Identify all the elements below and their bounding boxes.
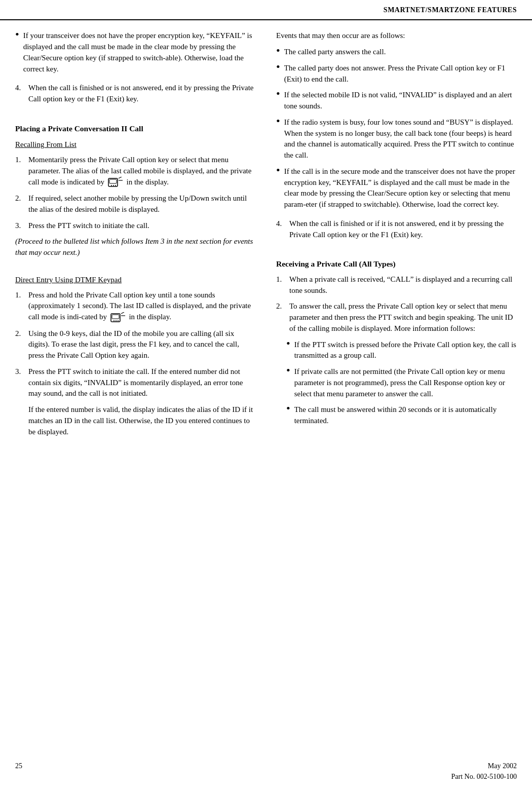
left-column: • If your transceiver does not have the … bbox=[0, 30, 266, 442]
rbullet-answered-text: The called party answers the call. bbox=[284, 47, 517, 58]
radio-icon-2 bbox=[110, 312, 126, 323]
dstep1-label: 1. bbox=[15, 290, 28, 301]
footer-info: May 2002 Part No. 002-5100-100 bbox=[451, 761, 517, 782]
dstep1-text: Press and hold the Private Call option k… bbox=[28, 290, 256, 323]
svg-point-10 bbox=[116, 320, 117, 321]
svg-line-5 bbox=[119, 177, 122, 178]
rbullet-ptt-text: If the PTT switch is pressed before the … bbox=[294, 340, 517, 362]
right-item4-text: When the call is finished or if it is no… bbox=[289, 218, 517, 241]
rbullet-invalid: • If the selected mobile ID is not valid… bbox=[276, 90, 517, 112]
step2-text: If required, select another mobile by pr… bbox=[28, 193, 256, 215]
step1-text: Momentarily press the Private Call optio… bbox=[28, 155, 256, 188]
rbullet-notanswered-text: The called party does not answer. Press … bbox=[284, 63, 517, 85]
step1-label: 1. bbox=[15, 155, 28, 166]
svg-rect-1 bbox=[109, 179, 117, 183]
page-footer: 25 May 2002 Part No. 002-5100-100 bbox=[0, 761, 532, 782]
footer-part: Part No. 002-5100-100 bbox=[451, 772, 517, 782]
dstep3-label: 3. bbox=[15, 366, 28, 378]
rbullet-answered: • The called party answers the call. bbox=[276, 47, 517, 58]
dstep2-label: 2. bbox=[15, 328, 28, 340]
rbullet-20sec: • The call must be answered within 20 se… bbox=[286, 404, 517, 427]
rbullet-busy-text: If the radio system is busy, four low to… bbox=[284, 117, 517, 161]
subsection2-heading: Direct Entry Using DTMF Keypad bbox=[15, 275, 256, 286]
bullet-dot-r5: • bbox=[276, 165, 280, 176]
bullet-keyfail-text: If your transceiver does not have the pr… bbox=[23, 30, 256, 74]
bullet-dot-rb2: • bbox=[286, 365, 290, 376]
dstep3: 3. Press the PTT switch to initiate the … bbox=[15, 366, 256, 399]
radio-icon-1 bbox=[107, 177, 124, 188]
rbullet-notpermitted: • If private calls are not permitted (th… bbox=[286, 366, 517, 399]
dstep3-text: Press the PTT switch to initiate the cal… bbox=[28, 366, 256, 399]
dstep3b: If the entered number is valid, the disp… bbox=[28, 404, 256, 437]
step3-label: 3. bbox=[15, 220, 28, 232]
rbullet-notpermitted-text: If private calls are not permitted (the … bbox=[294, 366, 517, 399]
step1-text-after: in the display. bbox=[126, 178, 169, 186]
rstep1-text: When a private call is received, “CALL” … bbox=[289, 274, 517, 296]
svg-point-3 bbox=[113, 185, 114, 186]
header-title: SMARTNET/SMARTZONE FEATURES bbox=[384, 6, 517, 14]
right-item4: 4. When the call is finished or if it is… bbox=[276, 218, 517, 241]
bullet-dot-1: • bbox=[15, 29, 19, 40]
italic-note: (Proceed to the bulleted list which foll… bbox=[15, 236, 256, 258]
step3: 3. Press the PTT switch to initiate the … bbox=[15, 220, 256, 232]
step2: 2. If required, select another mobile by… bbox=[15, 193, 256, 215]
dstep1: 1. Press and hold the Private Call optio… bbox=[15, 290, 256, 323]
rstep2-text: To answer the call, press the Private Ca… bbox=[289, 301, 517, 334]
left-item4: 4. When the call is finished or is not a… bbox=[15, 83, 256, 105]
dstep2-text: Using the 0-9 keys, dial the ID of the m… bbox=[28, 328, 256, 361]
bullet-dot-r4: • bbox=[276, 116, 280, 127]
svg-line-12 bbox=[121, 312, 124, 314]
subsection1-heading: Recalling From List bbox=[15, 139, 256, 150]
rbullet-notanswered: • The called party does not answer. Pres… bbox=[276, 63, 517, 85]
right-column: Events that may then occur are as follow… bbox=[266, 30, 532, 442]
dstep3b-text: If the entered number is valid, the disp… bbox=[28, 405, 253, 436]
rstep2-label: 2. bbox=[276, 301, 289, 312]
svg-point-2 bbox=[111, 185, 112, 186]
left-item4-label: 4. bbox=[15, 83, 28, 94]
step1: 1. Momentarily press the Private Call op… bbox=[15, 155, 256, 188]
events-intro: Events that may then occur are as follow… bbox=[276, 30, 517, 42]
right-item4-label: 4. bbox=[276, 218, 289, 230]
footer-page-number: 25 bbox=[15, 761, 22, 782]
dstep2: 2. Using the 0-9 keys, dial the ID of th… bbox=[15, 328, 256, 361]
section1-heading: Placing a Private Conversation II Call bbox=[15, 123, 256, 134]
rbullet-keyfail: • If the call is in the secure mode and … bbox=[276, 166, 517, 210]
footer-date: May 2002 bbox=[451, 761, 517, 771]
rbullet-busy: • If the radio system is busy, four low … bbox=[276, 117, 517, 161]
rbullet-invalid-text: If the selected mobile ID is not valid, … bbox=[284, 90, 517, 112]
left-item4-text: When the call is finished or is not answ… bbox=[28, 83, 256, 105]
step3-text: Press the PTT switch to initiate the cal… bbox=[28, 220, 256, 232]
bullet-keyfail: • If your transceiver does not have the … bbox=[15, 30, 256, 74]
step2-label: 2. bbox=[15, 193, 28, 204]
svg-point-9 bbox=[113, 320, 115, 321]
bullet-dot-r2: • bbox=[276, 61, 280, 72]
svg-point-4 bbox=[115, 185, 116, 186]
sub-bullet-1: • If the PTT switch is pressed before th… bbox=[286, 340, 517, 427]
bullet-dot-r1: • bbox=[276, 45, 280, 56]
rbullet-keyfail-text: If the call is in the secure mode and th… bbox=[284, 166, 517, 210]
svg-rect-8 bbox=[112, 315, 119, 319]
dstep1-text-after: in the display. bbox=[129, 313, 171, 321]
page-content: • If your transceiver does not have the … bbox=[0, 20, 532, 442]
rbullet-20sec-text: The call must be answered within 20 seco… bbox=[294, 404, 517, 427]
svg-point-11 bbox=[118, 320, 119, 321]
section2-heading: Receiving a Private Call (All Types) bbox=[276, 258, 517, 270]
page-header: SMARTNET/SMARTZONE FEATURES bbox=[0, 0, 532, 20]
rstep1: 1. When a private call is received, “CAL… bbox=[276, 274, 517, 296]
rstep1-label: 1. bbox=[276, 274, 289, 285]
bullet-dot-r3: • bbox=[276, 88, 280, 99]
rstep2: 2. To answer the call, press the Private… bbox=[276, 301, 517, 334]
bullet-dot-rb3: • bbox=[286, 403, 290, 414]
rbullet-ptt: • If the PTT switch is pressed before th… bbox=[286, 340, 517, 362]
bullet-dot-rb1: • bbox=[286, 338, 290, 349]
